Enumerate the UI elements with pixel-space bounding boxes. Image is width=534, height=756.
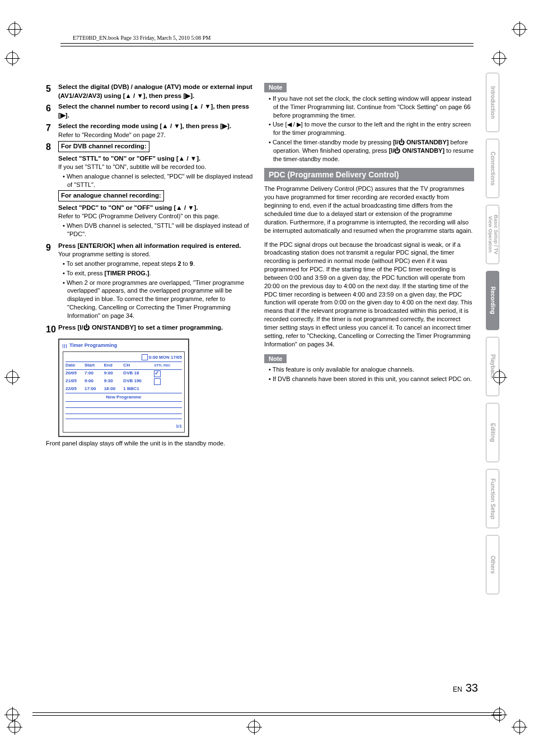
book-header: E7TE0BD_EN.book Page 33 Friday, March 5,… <box>73 35 506 41</box>
page-footer: EN33 <box>453 682 478 694</box>
step9-bullet1: To set another programme, repeat steps 2… <box>63 260 253 268</box>
step8-sub1: If you set "STTL" to "ON", subtitle will… <box>58 163 253 171</box>
left-column: 5 Select the digital (DVB) / analogue (A… <box>46 83 253 453</box>
note-label-2: Note <box>264 354 287 364</box>
tab-others[interactable]: Others <box>486 535 499 594</box>
step-8: 8 For DVB channel recording: Select "STT… <box>46 141 253 239</box>
note2-bullet1: This feature is only available for analo… <box>269 365 474 374</box>
step-5: 5 Select the digital (DVB) / analogue (A… <box>46 83 253 100</box>
note1-bullet2: Use [◀ / ▶] to move the cursor to the le… <box>269 120 474 137</box>
tab-playback[interactable]: Playback <box>486 337 499 396</box>
table-row: 22/0517:0018:001 BBC1 <box>65 386 182 393</box>
timer-icon <box>63 344 68 348</box>
dvb-recording-box: For DVB channel recording: <box>58 141 149 152</box>
step8-bullet1: When analogue channel is selected, "PDC"… <box>63 172 253 189</box>
main-content: 5 Select the digital (DVB) / analogue (A… <box>28 83 506 453</box>
step9-bullet2: To exit, press [TIMER PROG.]. <box>63 269 253 278</box>
timer-programming-panel: Timer Programming 0:00 MON 17/05 Date St… <box>58 339 189 437</box>
analogue-recording-box: For analogue channel recording: <box>58 190 164 201</box>
tab-connections[interactable]: Connections <box>486 139 499 198</box>
tab-function-setup[interactable]: Function Setup <box>486 469 499 528</box>
tab-recording[interactable]: Recording <box>486 271 499 330</box>
table-row: 20/057:009:00DVB 18 <box>65 369 182 378</box>
note1-bullet1: If you have not set the clock, the clock… <box>269 95 474 120</box>
checkbox-icon <box>154 370 161 377</box>
note1-bullet3: Cancel the timer-standby mode by pressin… <box>269 138 474 163</box>
panel-footnote: Front panel display stays off while the … <box>46 439 253 448</box>
step-6: 6 Select the channel number to record us… <box>46 102 253 120</box>
checkbox-icon <box>154 378 161 385</box>
clock-icon <box>142 354 148 360</box>
right-column: Note If you have not set the clock, the … <box>264 83 474 453</box>
step8-sub2: Refer to "PDC (Programme Delivery Contro… <box>58 212 253 220</box>
step-10: 10 Press [I/⏻ ON/STANDBY] to set a timer… <box>46 323 253 336</box>
note-label-1: Note <box>264 83 287 92</box>
step8-bullet2: When DVB channel is selected, "STTL" wil… <box>63 222 253 238</box>
side-tabs: Introduction Connections Basic Setup / T… <box>486 73 499 594</box>
timer-page-indicator: 1/1 <box>65 419 182 430</box>
step9-sub: Your programme setting is stored. <box>58 250 253 259</box>
new-programme-row: New Programme <box>65 393 182 402</box>
tab-introduction[interactable]: Introduction <box>486 73 499 132</box>
table-row: 21/059:009:30DVB 190 <box>65 378 182 386</box>
pdc-paragraph-1: The Programme Delivery Control (PDC) ass… <box>264 185 474 234</box>
timer-table: Date Start End CH STTL PDC 20/057:009:00… <box>65 361 182 393</box>
step9-bullet3: When 2 or more programmes are overlapped… <box>63 279 253 320</box>
tab-editing[interactable]: Editing <box>486 403 499 462</box>
pdc-section-header: PDC (Programme Delivery Control) <box>264 168 474 182</box>
note2-bullet2: If DVB channels have been stored in this… <box>269 375 474 383</box>
step-9: 9 Press [ENTER/OK] when all information … <box>46 242 253 321</box>
tab-basic-setup[interactable]: Basic Setup / TV View Operation <box>486 205 499 264</box>
step-7-sub: Refer to "Recording Mode" on page 27. <box>58 131 253 139</box>
pdc-paragraph-2: If the PDC signal drops out because the … <box>264 241 474 349</box>
step-7: 7 Select the recording mode using [▲ / ▼… <box>46 122 253 139</box>
